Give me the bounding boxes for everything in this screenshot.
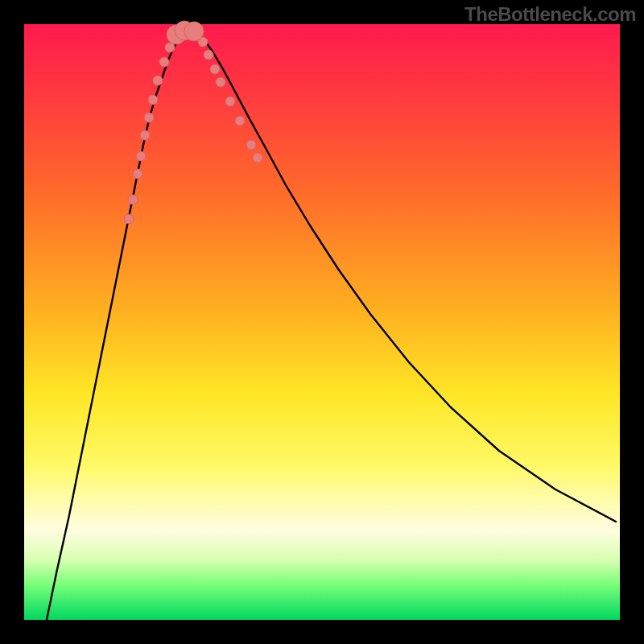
data-point [210,64,220,74]
data-point [216,77,225,87]
data-point [204,50,213,60]
marker-group [124,21,262,224]
curve-right-curve [192,31,616,522]
curve-group [47,31,616,620]
data-point [133,169,142,179]
chart-svg [24,24,620,620]
data-point [235,116,245,126]
data-point [140,130,150,140]
data-point [184,22,204,41]
data-point [144,113,154,122]
data-point [225,97,235,106]
curve-left-curve [47,31,192,620]
data-point [159,57,169,67]
data-point [128,195,138,204]
data-point [136,151,146,161]
data-point [153,76,163,85]
data-point [148,95,158,105]
data-point [124,214,134,224]
watermark-text: TheBottleneck.com [464,3,636,26]
data-point [253,153,262,163]
data-point [246,140,256,150]
